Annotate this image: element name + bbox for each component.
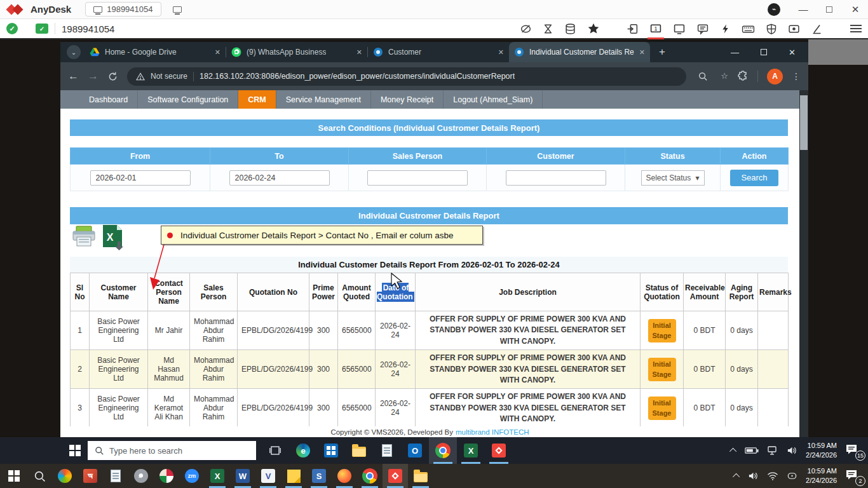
col-job-description[interactable]: Job Description	[416, 273, 641, 311]
address-bar[interactable]: Not secure 182.163.102.203:8086/edison_p…	[127, 67, 686, 86]
file-explorer-icon[interactable]	[345, 437, 373, 464]
excel-export-icon[interactable]: X	[100, 224, 126, 251]
tab-customer[interactable]: Customer ✕	[368, 42, 509, 62]
col-aging-report[interactable]: Aging Report	[726, 273, 758, 311]
to-date-input[interactable]	[229, 170, 330, 186]
nav-crm[interactable]: CRM	[238, 90, 276, 109]
task-view-icon[interactable]	[261, 437, 289, 464]
notepad-icon[interactable]	[373, 437, 401, 464]
menu-icon[interactable]	[850, 25, 862, 32]
favorites-icon[interactable]	[587, 22, 600, 35]
edge-icon[interactable]: e	[289, 437, 317, 464]
sticky-notes-icon[interactable]	[281, 464, 306, 488]
browser-menu-icon[interactable]: ⋮	[792, 71, 801, 81]
chrome-icon[interactable]	[357, 464, 383, 488]
local-search-icon[interactable]	[27, 464, 52, 488]
browser-restore-button[interactable]	[761, 49, 767, 55]
battery-icon[interactable]	[745, 447, 759, 454]
col-status-of-quotation[interactable]: Status of Quotation	[641, 273, 684, 311]
search-button[interactable]: Search	[730, 170, 778, 186]
tray-expand-icon[interactable]	[729, 448, 736, 455]
permissions-shield-icon[interactable]	[766, 23, 777, 35]
col-customer-name[interactable]: Customer Name	[90, 273, 148, 311]
col-contact-person[interactable]: Contact Person Name	[148, 273, 190, 311]
excel-icon[interactable]: X	[205, 464, 230, 488]
reload-icon[interactable]	[107, 71, 118, 82]
whiteboard-pen-icon[interactable]	[811, 23, 822, 35]
record-session-icon[interactable]	[788, 23, 800, 35]
forward-icon[interactable]: →	[88, 70, 98, 83]
local-clock[interactable]: 10:59 AM2/24/2026	[806, 466, 837, 485]
tab-search-icon[interactable]: ⌄	[67, 45, 81, 59]
nav-logout[interactable]: Logout (Ahmed_Siam)	[444, 90, 543, 109]
pinwheel-app-icon[interactable]	[154, 464, 179, 488]
chat-icon[interactable]	[696, 23, 709, 35]
url-text[interactable]: 182.163.102.203:8086/edison_power/edison…	[200, 72, 515, 81]
tab-close-icon[interactable]: ✕	[356, 48, 362, 57]
tab-google-drive[interactable]: Home - Google Drive ✕	[85, 42, 226, 62]
status-select[interactable]: Select Status▾	[641, 170, 705, 186]
col-sales-person[interactable]: Sales Person	[190, 273, 238, 311]
extensions-icon[interactable]	[737, 71, 749, 82]
privacy-mode-icon[interactable]	[520, 23, 532, 35]
remote-search-box[interactable]: Type here to search	[88, 441, 256, 460]
browser-minimize-button[interactable]: —	[731, 48, 739, 57]
wifi-icon[interactable]	[767, 471, 778, 480]
find-icon[interactable]	[698, 71, 708, 81]
word-icon[interactable]: W	[230, 464, 255, 488]
col-date-of-quotation[interactable]: Date of Quotation	[376, 273, 416, 311]
tray-expand-icon[interactable]	[733, 473, 740, 480]
cast-icon[interactable]	[787, 471, 797, 480]
volume-icon[interactable]	[748, 471, 759, 480]
zoom-icon[interactable]: zm	[179, 464, 205, 488]
visio-icon[interactable]: V	[255, 464, 281, 488]
network-icon[interactable]	[767, 446, 778, 455]
print-icon[interactable]	[72, 226, 96, 248]
avro-keyboard-icon[interactable]: অ	[78, 464, 103, 488]
col-quotation-no[interactable]: Quotation No	[238, 273, 309, 311]
back-icon[interactable]: ←	[68, 70, 79, 83]
notepad-icon[interactable]	[103, 464, 128, 488]
anydesk-icon[interactable]	[383, 464, 408, 488]
outlook-icon[interactable]: O	[401, 437, 429, 464]
browser-close-button[interactable]: ✕	[789, 48, 796, 57]
maximize-button[interactable]	[826, 6, 832, 13]
anydesk-taskbar-icon[interactable]	[485, 437, 513, 464]
firefox-icon[interactable]	[332, 464, 357, 488]
page-scrollbar[interactable]	[799, 90, 808, 437]
bookmark-star-icon[interactable]: ☆	[721, 71, 728, 81]
excel-taskbar-icon[interactable]: X	[457, 437, 485, 464]
copilot-icon[interactable]	[52, 464, 78, 488]
col-prime-power[interactable]: Prime Power	[309, 273, 338, 311]
local-notification-icon[interactable]: 2	[845, 469, 862, 483]
nav-service-management[interactable]: Service Management	[276, 90, 371, 109]
nav-dashboard[interactable]: Dashboard	[79, 90, 138, 109]
file-transfer-icon[interactable]	[564, 23, 576, 35]
tab-individual-report[interactable]: Individual Customer Details Rep ✕	[509, 42, 650, 62]
keyboard-icon[interactable]	[742, 23, 755, 35]
sales-person-input[interactable]	[367, 170, 468, 186]
tab-close-icon[interactable]: ✕	[215, 48, 220, 57]
nav-software-configuration[interactable]: Software Configuration	[138, 90, 238, 109]
close-button[interactable]: ✕	[849, 4, 862, 15]
anydesk-session-tab[interactable]: 1989941054	[85, 2, 161, 17]
remote-notification-icon[interactable]: 15	[845, 444, 862, 458]
col-sl-no[interactable]: Sl No	[71, 273, 90, 311]
nav-money-receipt[interactable]: Money Receipt	[371, 90, 444, 109]
tab-close-icon[interactable]: ✕	[639, 48, 645, 57]
monitor-2-icon[interactable]	[673, 23, 686, 35]
file-explorer-icon[interactable]	[408, 464, 433, 488]
from-date-input[interactable]	[90, 170, 191, 186]
monitor-1-icon[interactable]: 1	[649, 23, 662, 35]
remote-start-button[interactable]	[62, 437, 88, 464]
local-start-button[interactable]	[1, 464, 27, 488]
microsoft-store-icon[interactable]	[317, 437, 345, 464]
chrome-taskbar-icon[interactable]	[429, 437, 457, 464]
col-remarks[interactable]: Remarks	[758, 273, 789, 311]
whatsapp-desktop-icon[interactable]	[128, 464, 154, 488]
tab-whatsapp[interactable]: (9) WhatsApp Business ✕	[226, 42, 367, 62]
col-receivable-amount[interactable]: Receivable Amount	[684, 273, 726, 311]
profile-avatar[interactable]: A	[767, 69, 783, 85]
developer-link[interactable]: multibrand INFOTECH	[456, 428, 529, 436]
s-app-icon[interactable]: S	[306, 464, 332, 488]
